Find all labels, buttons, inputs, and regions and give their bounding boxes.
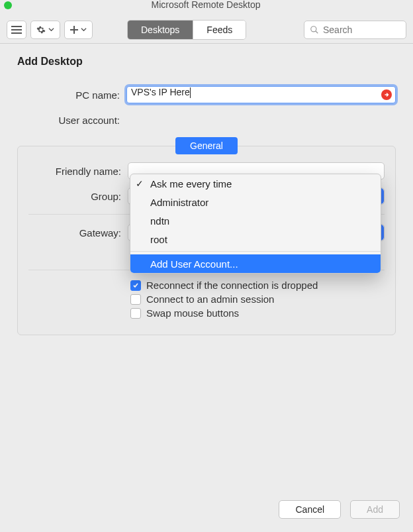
- option-label: ndtn: [150, 215, 169, 227]
- swap-mouse-checkbox[interactable]: [130, 308, 141, 319]
- option-label: Add User Account...: [150, 258, 238, 270]
- admin-session-checkbox[interactable]: [130, 294, 141, 305]
- user-account-option-root[interactable]: root: [130, 230, 381, 248]
- row-admin-session: Connect to an admin session: [130, 293, 395, 305]
- window-titlebar: Microsoft Remote Desktop: [0, 0, 413, 16]
- window-title: Microsoft Remote Desktop: [4, 0, 408, 10]
- gear-icon: [36, 25, 46, 34]
- menu-separator: [130, 251, 381, 252]
- page-title: Add Desktop: [17, 56, 396, 68]
- cancel-button[interactable]: Cancel: [279, 500, 341, 519]
- option-label: root: [150, 234, 167, 245]
- dialog-footer: Cancel Add: [279, 500, 400, 519]
- add-button[interactable]: Add: [350, 500, 400, 519]
- chevron-down-icon: [48, 27, 54, 32]
- option-label: Administrator: [150, 197, 208, 208]
- plus-icon: [70, 26, 78, 34]
- search-input[interactable]: [323, 25, 386, 35]
- list-button[interactable]: [7, 21, 26, 39]
- row-reconnect: Reconnect if the connection is dropped: [130, 280, 395, 291]
- toolbar: Desktops Feeds: [0, 16, 413, 44]
- user-account-dropdown: ✓ Ask me every time Administrator ndtn r…: [130, 174, 381, 274]
- user-account-option-add-account[interactable]: Add User Account...: [130, 254, 381, 273]
- chevron-down-icon: [81, 27, 87, 32]
- pc-name-input[interactable]: VPS's IP Here: [126, 86, 396, 103]
- search-field[interactable]: [304, 21, 406, 39]
- tab-feeds[interactable]: Feeds: [193, 21, 246, 39]
- row-swap-mouse: Swap mouse buttons: [130, 307, 395, 319]
- row-pc-name: PC name: VPS's IP Here: [17, 86, 396, 103]
- user-account-option-administrator[interactable]: Administrator: [130, 193, 381, 211]
- validation-error-icon[interactable]: [381, 89, 392, 100]
- user-account-option-ndtn[interactable]: ndtn: [130, 211, 381, 230]
- settings-dropdown-button[interactable]: [30, 21, 60, 39]
- swap-mouse-label: Swap mouse buttons: [146, 307, 239, 319]
- label-gateway: Gateway:: [28, 227, 128, 239]
- reconnect-checkbox[interactable]: [130, 280, 141, 291]
- reconnect-label: Reconnect if the connection is dropped: [146, 280, 318, 291]
- label-pc-name: PC name:: [17, 89, 126, 101]
- tab-desktops[interactable]: Desktops: [128, 21, 193, 39]
- admin-session-label: Connect to an admin session: [146, 293, 274, 305]
- row-user-account: User account:: [17, 111, 396, 129]
- add-desktop-sheet: Add Desktop PC name: VPS's IP Here User …: [0, 44, 413, 335]
- label-friendly-name: Friendly name:: [28, 166, 128, 177]
- view-segmented-control: Desktops Feeds: [127, 20, 246, 40]
- tab-general[interactable]: General: [175, 137, 238, 154]
- label-group: Group:: [28, 191, 128, 202]
- label-user-account: User account:: [17, 115, 126, 126]
- pc-name-value: VPS's IP Here: [131, 87, 190, 97]
- hamburger-icon: [11, 26, 22, 34]
- svg-point-0: [311, 26, 316, 31]
- option-label: Ask me every time: [150, 178, 232, 189]
- search-icon: [310, 25, 319, 34]
- user-account-option-ask[interactable]: ✓ Ask me every time: [130, 174, 381, 193]
- add-dropdown-button[interactable]: [64, 21, 93, 39]
- checkmark-icon: ✓: [136, 178, 144, 189]
